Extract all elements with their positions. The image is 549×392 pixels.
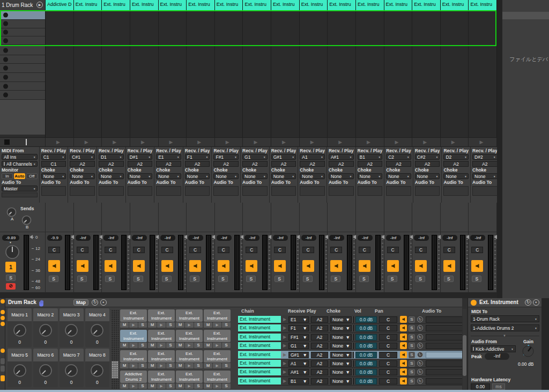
chain-receive-dropdown[interactable]: G#1▼ <box>288 352 309 358</box>
chain-volume-value[interactable]: 0.0 dB <box>355 369 377 375</box>
choke-dropdown[interactable]: None▼ <box>242 173 268 179</box>
chain-choke-dropdown[interactable]: None▼ <box>330 334 352 341</box>
receive-note-dropdown[interactable]: A#1▼ <box>329 154 354 160</box>
track-header[interactable]: Ext. Instru <box>187 0 215 10</box>
volume-value[interactable]: -Inf <box>244 235 259 241</box>
solo-button[interactable]: S <box>162 276 172 282</box>
play-note-value[interactable]: A2 <box>358 161 383 167</box>
choke-dropdown[interactable]: None▼ <box>213 173 239 179</box>
chain-pan-value[interactable]: C <box>379 352 397 358</box>
track-header[interactable]: Ext. Instru <box>328 0 356 10</box>
choke-dropdown[interactable]: None▼ <box>443 173 469 179</box>
track-header[interactable]: Ext. Instru <box>130 0 159 10</box>
chain-play-icon[interactable]: ▶ <box>283 316 286 323</box>
hot-swap-icon[interactable]: ↻ <box>417 325 423 331</box>
hot-swap-icon[interactable]: ↻ <box>417 343 423 349</box>
pan-value[interactable]: C <box>471 247 483 253</box>
pad-play-button[interactable]: ▶ <box>185 363 194 368</box>
track-activator-button[interactable] <box>387 260 399 272</box>
pad-play-button[interactable]: ▶ <box>213 383 221 389</box>
clip-grid-column[interactable] <box>384 10 413 137</box>
receive-note-dropdown[interactable]: D1▼ <box>99 154 124 160</box>
macro-knob[interactable] <box>90 323 104 339</box>
chain-audio-to-box[interactable] <box>426 334 462 341</box>
receive-note-dropdown[interactable]: C2▼ <box>386 154 411 160</box>
chain-solo-button[interactable]: S <box>409 334 415 341</box>
chain-volume-value[interactable]: 0.0 dB <box>355 378 377 384</box>
pad-solo-button[interactable]: S <box>166 363 175 368</box>
chain-solo-button[interactable]: S <box>409 369 415 375</box>
volume-value[interactable]: -Inf <box>301 235 316 241</box>
browser-title[interactable]: ファイルとデバ <box>509 56 548 63</box>
pad-view-toggle-icon[interactable] <box>1 316 5 320</box>
choke-dropdown[interactable]: None▼ <box>329 173 354 179</box>
chain-name[interactable]: Ext. Instrument <box>238 342 281 349</box>
clip-stop-cell[interactable]: ▶ <box>300 138 328 146</box>
audio-to-box[interactable] <box>99 186 124 196</box>
pan-value[interactable]: C <box>330 247 342 253</box>
pan-value[interactable]: C <box>218 247 229 253</box>
chain-choke-dropdown[interactable]: None▼ <box>330 316 352 323</box>
monitor-in-button[interactable]: In <box>2 173 13 179</box>
pan-value[interactable]: C <box>105 247 116 253</box>
chain-audio-to-box[interactable] <box>426 325 462 331</box>
pad-mute-button[interactable]: M <box>176 383 184 389</box>
volume-value[interactable]: -Inf <box>358 235 373 241</box>
chain-audio-to-box[interactable] <box>426 360 462 367</box>
pad-play-button[interactable]: ▶ <box>129 383 138 389</box>
chain-play-note[interactable]: A2 <box>311 343 328 349</box>
clip-grid-column[interactable] <box>187 10 215 137</box>
choke-dropdown[interactable]: None▼ <box>271 173 296 179</box>
choke-dropdown[interactable]: None▼ <box>128 173 153 179</box>
chain-view-toggle-icon[interactable] <box>1 322 5 326</box>
volume-value[interactable]: -9.89 <box>2 235 19 241</box>
chain-name[interactable]: Ext. Instrument <box>238 316 281 323</box>
drum-pad[interactable]: Ext. Instrument <box>148 350 175 363</box>
latency-unit-button[interactable]: ms <box>492 383 505 390</box>
chain-pan-value[interactable]: C <box>379 316 397 323</box>
audio-to-box[interactable] <box>185 186 210 196</box>
play-note-value[interactable]: A2 <box>213 161 239 167</box>
volume-value[interactable]: -Inf <box>160 235 175 241</box>
chain-audio-to-box[interactable] <box>426 369 462 375</box>
clip-slot[interactable] <box>0 46 45 55</box>
receive-note-dropdown[interactable]: D2▼ <box>443 154 469 160</box>
pad-play-button[interactable]: ▶ <box>185 383 194 389</box>
midi-from-dropdown[interactable]: All Ins ▼ <box>2 154 38 160</box>
chain-volume-value[interactable]: 0.0 dB <box>355 360 377 367</box>
pad-solo-button[interactable]: S <box>222 383 231 389</box>
track-header[interactable]: Ext. Instru <box>102 0 130 10</box>
volume-value[interactable]: -Inf <box>386 235 401 241</box>
chain-choke-dropdown[interactable]: None▼ <box>330 369 352 375</box>
macro-knob[interactable] <box>39 323 53 339</box>
solo-button[interactable]: S <box>218 276 228 282</box>
choke-dropdown[interactable]: None▼ <box>70 173 95 179</box>
solo-button[interactable]: S <box>359 276 369 282</box>
volume-value[interactable]: -Inf <box>188 235 203 241</box>
track-activator-button[interactable] <box>302 260 314 272</box>
chain-pan-value[interactable]: C <box>379 343 397 349</box>
play-note-value[interactable]: A2 <box>128 161 153 167</box>
audio-to-box[interactable] <box>472 186 498 196</box>
chain-play-note[interactable]: A2 <box>311 378 328 384</box>
track-header[interactable]: Addictive D <box>46 0 74 10</box>
chain-solo-button[interactable]: S <box>409 343 415 349</box>
play-note-value[interactable]: C1 <box>41 161 66 167</box>
volume-value[interactable]: -9.9 <box>47 235 62 241</box>
midi-to-device-dropdown[interactable]: 1-Addictive Drums 2 ▼ <box>471 324 539 331</box>
pad-mute-button[interactable]: M <box>120 322 129 328</box>
pad-play-button[interactable]: ▶ <box>157 383 166 389</box>
choke-dropdown[interactable]: None▼ <box>415 173 440 179</box>
clip-stop-cell[interactable]: ▶ <box>130 138 159 146</box>
pan-knob[interactable] <box>5 245 20 262</box>
audio-to-box[interactable] <box>358 186 383 196</box>
chain-play-note[interactable]: A2 <box>311 360 328 367</box>
audio-to-box[interactable] <box>271 186 296 196</box>
track-header[interactable]: Ext. Instru <box>159 0 187 10</box>
receive-note-dropdown[interactable]: B1▼ <box>358 154 383 160</box>
clip-stop-cell[interactable]: ▶ <box>243 138 271 146</box>
solo-button[interactable]: S <box>472 276 481 282</box>
solo-button[interactable]: S <box>303 276 313 282</box>
solo-button[interactable]: S <box>77 276 87 282</box>
pad-play-button[interactable]: ▶ <box>185 343 194 348</box>
